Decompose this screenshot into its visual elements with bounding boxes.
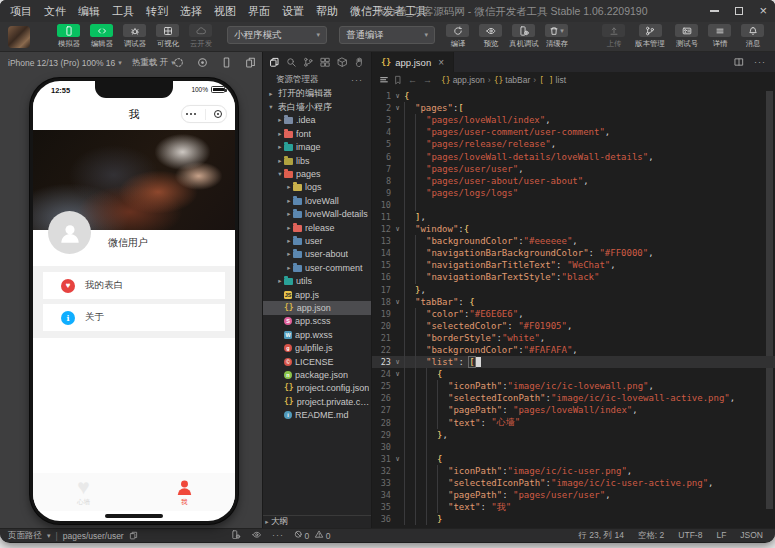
branch-icon[interactable] — [303, 57, 314, 68]
code-line-8[interactable]: 8"pages/user-about/user-about", — [372, 175, 775, 187]
tree-item-[interactable]: ▾表白墙小程序 — [263, 100, 371, 113]
code-line-12[interactable]: 12∨"window":{ — [372, 223, 775, 235]
ext-icon[interactable] — [320, 57, 331, 68]
code-line-34[interactable]: 34"pagePath": "pages/user/user", — [372, 489, 775, 501]
tree-item-user-about[interactable]: ▸user-about — [263, 248, 371, 261]
menu-item[interactable]: 工具 — [106, 0, 140, 22]
toolbar-button-phonebug[interactable]: 真机调试 — [507, 24, 540, 49]
toolbar-button-trash[interactable]: ▾清缓存 — [540, 24, 573, 49]
code-line-13[interactable]: 13"backgroundColor":"#eeeeee", — [372, 235, 775, 247]
menu-item[interactable]: 设置 — [276, 0, 310, 22]
tree-item-gulpfile.js[interactable]: ggulpfile.js — [263, 341, 371, 354]
code-line-10[interactable]: 10 — [372, 199, 775, 211]
tab-me[interactable]: 我 — [134, 473, 235, 511]
maximize-icon[interactable] — [735, 7, 743, 15]
code-line-36[interactable]: 36} — [372, 513, 775, 525]
tree-item-project.private.config.js...[interactable]: {}project.private.config.js... — [263, 395, 371, 408]
code-line-27[interactable]: 27"pagePath": "pages/loveWall/index", — [372, 404, 775, 416]
menu-item-my-confession[interactable]: ♥ 我的表白 — [43, 272, 225, 299]
close-target-icon[interactable] — [214, 110, 222, 118]
status-item[interactable]: LF — [716, 530, 726, 542]
page-path-label[interactable]: 页面路径 — [8, 530, 42, 542]
code-line-2[interactable]: 2∨"pages":[ — [372, 102, 775, 114]
code-line-19[interactable]: 19"color":"#E6E6E6", — [372, 308, 775, 320]
compile-select[interactable]: 普通编译▾ — [339, 26, 435, 44]
code-line-20[interactable]: 20"selectedColor": "#F01905", — [372, 320, 775, 332]
code-line-6[interactable]: 6"pages/loveWall-details/loveWall-detail… — [372, 150, 775, 162]
tree-item-[interactable]: ▸打开的编辑器 — [263, 87, 371, 100]
close-icon[interactable]: × — [759, 6, 767, 16]
user-avatar[interactable] — [8, 26, 30, 48]
menu-item[interactable]: 项目 — [4, 0, 38, 22]
error-count[interactable]: 0 — [294, 530, 309, 541]
menu-item[interactable]: 转到 — [140, 0, 174, 22]
tree-item-font[interactable]: ▸font — [263, 127, 371, 140]
code-line-25[interactable]: 25"iconPath":"image/ic/ic-lovewall.png", — [372, 380, 775, 392]
tree-item-app.json[interactable]: {}app.json — [263, 301, 371, 314]
code-line-4[interactable]: 4"pages/user-comment/user-comment", — [372, 126, 775, 138]
tree-item-loveWall-details[interactable]: ▸loveWall-details — [263, 208, 371, 221]
phone-icon[interactable] — [221, 57, 232, 70]
tree-item-package.json[interactable]: npackage.json — [263, 368, 371, 381]
menu-item[interactable]: 帮助 — [310, 0, 344, 22]
toolbar-button-lines[interactable]: 详情 — [703, 24, 736, 49]
toolbar-button-bell[interactable]: 消息 — [736, 24, 769, 49]
fold-icon[interactable]: ∨ — [391, 225, 404, 233]
preview-eye-icon[interactable] — [252, 530, 262, 542]
fold-icon[interactable]: ∨ — [391, 92, 404, 100]
menu-item[interactable]: 选择 — [174, 0, 208, 22]
code-line-9[interactable]: 9"pages/logs/logs" — [372, 187, 775, 199]
fold-icon[interactable]: ∨ — [391, 358, 404, 366]
code-line-11[interactable]: 11], — [372, 211, 775, 223]
tree-item-loveWall[interactable]: ▸loveWall — [263, 194, 371, 207]
tree-item-.idea[interactable]: ▸.idea — [263, 114, 371, 127]
code-line-35[interactable]: 35"text": "我" — [372, 501, 775, 513]
tree-item-pages[interactable]: ▾pages — [263, 167, 371, 180]
code-line-1[interactable]: 1∨{ — [372, 90, 775, 102]
more-icon[interactable]: ··· — [272, 530, 284, 540]
menu-item[interactable]: 界面 — [242, 0, 276, 22]
toolbar-button-refresh[interactable]: 编译 — [441, 24, 474, 49]
files-icon[interactable] — [269, 57, 280, 68]
code-line-16[interactable]: 16"navigationBarTextStyle":"black" — [372, 271, 775, 283]
toolbar-button-upload[interactable]: 上传 — [597, 24, 630, 49]
menu-item-about[interactable]: i 关于 — [43, 304, 225, 331]
tree-item-logs[interactable]: ▸logs — [263, 181, 371, 194]
fold-icon[interactable]: ∨ — [391, 298, 404, 306]
search-icon[interactable] — [286, 57, 297, 68]
toolbar-button-idcard[interactable]: 测试号 — [670, 24, 703, 49]
code-line-15[interactable]: 15"navigationBarTitleText": "WeChat", — [372, 259, 775, 271]
tab-lovewall[interactable]: ♥ 心墙 — [33, 473, 134, 511]
code-line-32[interactable]: 32"iconPath":"image/ic/ic-user.png", — [372, 465, 775, 477]
code-area[interactable]: 1∨{2∨"pages":[3"pages/loveWall/index",4"… — [372, 88, 775, 528]
status-item[interactable]: 行 23, 列 14 — [579, 530, 624, 542]
hot-reload-toggle[interactable]: 热重载 开▾ — [132, 57, 175, 69]
breadcrumb-item-app.json[interactable]: {}app.json — [441, 75, 485, 85]
fold-icon[interactable]: ∨ — [391, 370, 404, 378]
mode-select[interactable]: 小程序模式▾ — [227, 26, 327, 44]
code-line-29[interactable]: 29}, — [372, 429, 775, 441]
compass-icon[interactable] — [173, 57, 184, 70]
tree-item-image[interactable]: ▸image — [263, 141, 371, 154]
back-icon[interactable]: ← — [408, 75, 417, 85]
tree-item-user-comment[interactable]: ▸user-comment — [263, 261, 371, 274]
more-actions-icon[interactable]: ··· — [754, 57, 766, 67]
code-line-17[interactable]: 17}, — [372, 284, 775, 296]
tab-app-json[interactable]: {} app.json × — [372, 52, 454, 72]
code-line-26[interactable]: 26"selectedIconPath":"image/ic/ic-lovewa… — [372, 392, 775, 404]
tree-item-libs[interactable]: ▸libs — [263, 154, 371, 167]
toolbar-button-code[interactable]: 编辑器 — [85, 24, 118, 49]
devices-icon[interactable] — [245, 57, 256, 70]
hand-icon[interactable] — [354, 57, 365, 68]
more-icon[interactable]: ··· — [351, 75, 363, 85]
close-tab-icon[interactable]: × — [438, 57, 444, 68]
tree-item-project.config.json[interactable]: {}project.config.json — [263, 382, 371, 395]
code-line-7[interactable]: 7"pages/user/user", — [372, 163, 775, 175]
avatar[interactable] — [48, 211, 91, 254]
tree-item-LICENSE[interactable]: ©LICENSE — [263, 355, 371, 368]
tree-item-user[interactable]: ▸user — [263, 234, 371, 247]
bookmark-icon[interactable] — [393, 75, 403, 85]
status-item[interactable]: JSON — [740, 530, 763, 542]
code-line-5[interactable]: 5"pages/release/release", — [372, 138, 775, 150]
outline-section[interactable]: ▸大纲 — [263, 515, 371, 528]
